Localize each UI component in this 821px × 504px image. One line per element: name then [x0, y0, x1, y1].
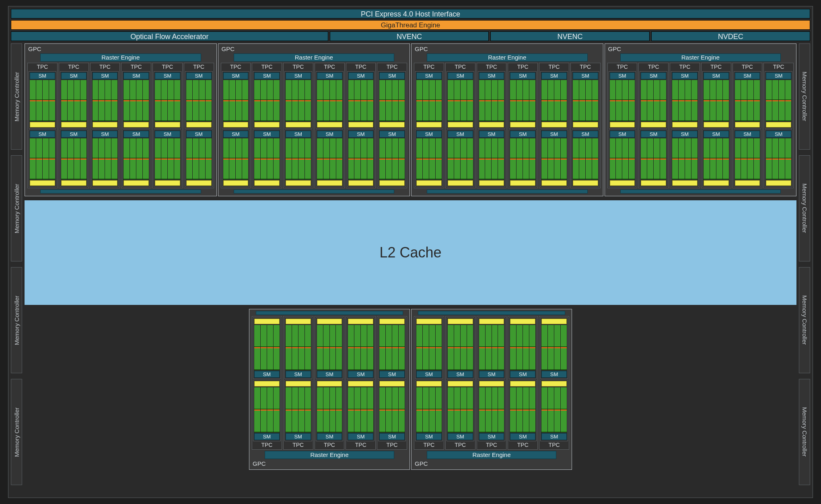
sm-cache [479, 381, 504, 387]
sm-cores [93, 80, 118, 121]
sm-cores [510, 325, 535, 370]
memory-controller: Memory Controller [799, 267, 810, 373]
sm-block: SM [415, 380, 443, 441]
tpc-label: TPC [447, 64, 474, 70]
tpc-label: TPC [478, 442, 506, 448]
sm-block: SM [734, 130, 761, 187]
sm-label: SM [448, 131, 473, 138]
tpc-block: TPCSMSM [90, 63, 120, 188]
tpc-label: TPC [316, 442, 344, 448]
raster-engine: Raster Engine [427, 53, 588, 62]
l2-cache: L2 Cache [25, 200, 796, 305]
tpc-label: TPC [540, 442, 568, 448]
tpc-label: TPC [185, 64, 213, 70]
sm-cores [186, 80, 212, 121]
sm-cores [448, 325, 473, 370]
gpc-label: GPC [27, 45, 214, 52]
tpc-label: TPC [347, 64, 375, 70]
sm-label: SM [254, 72, 280, 79]
sm-cores [510, 138, 535, 179]
sm-cache [448, 381, 473, 387]
sm-block: SM [478, 380, 506, 441]
sm-cache [123, 122, 149, 128]
sm-cores [254, 80, 280, 121]
tpc-label: TPC [154, 64, 181, 70]
tpc-block: TPCSMSM [346, 63, 376, 188]
sm-cache [672, 122, 698, 128]
sm-cores [416, 138, 442, 179]
sm-cache [123, 180, 149, 186]
sm-block: SM [415, 317, 443, 379]
sm-cores [766, 80, 791, 121]
sm-cores [379, 80, 405, 121]
sm-block: SM [91, 71, 119, 129]
sm-label: SM [155, 131, 180, 138]
tpc-block: TPCSMSM [414, 316, 444, 450]
sm-cache [254, 180, 280, 186]
tpc-block: TPCSMSM [607, 63, 638, 188]
tpc-label: TPC [415, 442, 443, 448]
sm-cores [541, 138, 567, 179]
sm-block: SM [540, 317, 568, 379]
tpc-block: TPCSMSM [763, 63, 794, 188]
nvenc-block-1: NVENC [490, 31, 649, 41]
tpc-label: TPC [609, 64, 636, 70]
tpc-label: TPC [572, 64, 599, 70]
tpc-block: TPCSMSM [508, 63, 538, 188]
gpu-die: PCI Express 4.0 Host Interface GigaThrea… [8, 6, 813, 498]
sm-cores [448, 138, 473, 179]
tpc-block: TPCSMSM [508, 316, 538, 450]
sm-cores [317, 80, 342, 121]
gpc-block: GPCRaster EngineTPCSMSMTPCSMSMTPCSMSMTPC… [218, 43, 410, 196]
memory-controller: Memory Controller [11, 267, 22, 373]
sm-cache [61, 180, 86, 186]
tpc-row: TPCSMSMTPCSMSMTPCSMSMTPCSMSMTPCSMSMTPCSM… [607, 63, 794, 188]
sm-cache [61, 122, 86, 128]
sm-label: SM [61, 72, 86, 79]
sm-block: SM [253, 130, 281, 187]
sm-block: SM [253, 71, 281, 129]
sm-cache [573, 122, 598, 128]
sm-cache [348, 319, 373, 324]
tpc-block: TPCSMSM [184, 63, 214, 188]
tpc-block: TPCSMSM [27, 63, 58, 188]
sm-label: SM [448, 72, 473, 79]
sm-cache [448, 180, 473, 186]
tpc-block: TPCSMSM [377, 316, 407, 450]
sm-block: SM [29, 130, 56, 187]
sm-cache [317, 319, 342, 324]
tpc-block: TPCSMSM [121, 63, 151, 188]
sm-block: SM [347, 317, 374, 379]
tpc-label: TPC [222, 64, 250, 70]
sm-block: SM [378, 71, 406, 129]
tpc-label: TPC [284, 442, 312, 448]
sm-cores [348, 325, 373, 370]
sm-cache [286, 319, 311, 324]
sm-block: SM [378, 380, 406, 441]
sm-block: SM [316, 380, 344, 441]
tpc-label: TPC [702, 64, 730, 70]
sm-cache [641, 180, 666, 186]
sm-label: SM [704, 131, 729, 138]
sm-cores [286, 80, 311, 121]
tpc-label: TPC [378, 442, 406, 448]
sm-cache [416, 122, 442, 128]
tpc-label: TPC [671, 64, 699, 70]
sm-label: SM [479, 433, 504, 440]
sm-cache [155, 180, 180, 186]
sm-cache [479, 122, 504, 128]
gpc-label: GPC [414, 45, 601, 52]
tpc-label: TPC [60, 64, 88, 70]
sm-block: SM [415, 71, 443, 129]
sm-block: SM [284, 380, 312, 441]
sm-label: SM [448, 371, 473, 378]
sm-cache [348, 381, 373, 387]
tpc-label: TPC [122, 64, 150, 70]
center-column: GPCRaster EngineTPCSMSMTPCSMSMTPCSMSMTPC… [25, 43, 796, 485]
sm-cache [510, 122, 535, 128]
tpc-block: TPCSMSM [414, 63, 444, 188]
sm-cache [610, 180, 635, 186]
sm-block: SM [447, 130, 474, 187]
sm-block: SM [222, 71, 250, 129]
sm-label: SM [510, 131, 535, 138]
